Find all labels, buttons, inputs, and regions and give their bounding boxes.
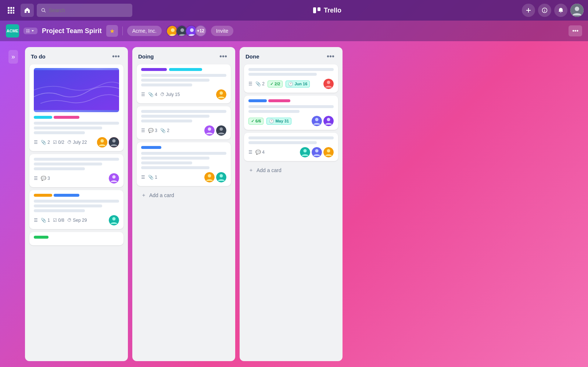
svg-point-34	[112, 217, 116, 221]
svg-rect-2	[13, 7, 14, 9]
todo-card-1[interactable]: ☰ 📎 2 ☑ 0/2 ⏱ July 22	[29, 64, 123, 151]
done-card-3[interactable]: ☰ 💬 4	[244, 133, 338, 161]
todo-card-4[interactable]	[29, 232, 123, 245]
svg-rect-12	[318, 7, 320, 11]
card-avatars	[109, 173, 119, 184]
board-view-dropdown[interactable]	[24, 28, 37, 34]
app-title: Trello	[135, 6, 519, 14]
due-date: ⏱ Sep 29	[67, 218, 87, 223]
column-doing: Doing ••• ☰ 📎 4 ⏱ July 15	[132, 47, 235, 361]
column-doing-menu[interactable]: •••	[217, 51, 229, 61]
plus-icon: ＋	[248, 167, 254, 174]
search-input[interactable]	[49, 7, 128, 13]
attachments-icon: 📎 2	[41, 140, 50, 145]
svg-point-54	[315, 149, 319, 153]
column-done-menu[interactable]: •••	[325, 51, 337, 61]
svg-point-52	[304, 149, 307, 153]
todo-card-3[interactable]: ☰ 📎 1 ☑ 0/8 ⏱ Sep 29	[29, 190, 123, 229]
doing-card-bars	[141, 68, 226, 71]
notifications-button[interactable]	[554, 4, 567, 17]
doing-card-2[interactable]: ☰ 💬 3 📎 2	[137, 106, 231, 139]
card-lines	[34, 200, 119, 212]
card-avatar	[216, 89, 226, 100]
card-avatars	[216, 89, 226, 100]
card-lines	[141, 152, 226, 169]
column-todo-menu[interactable]: •••	[110, 51, 122, 61]
board-body: » To do •••	[0, 41, 588, 367]
apps-button[interactable]	[4, 4, 18, 17]
svg-point-50	[327, 118, 330, 121]
board-title: Project Team Spirit	[42, 27, 102, 35]
column-done: Done ••• ☰ 📎 2 ✓ 2/2 🕐 Jun 16	[240, 47, 343, 361]
info-button[interactable]	[538, 4, 551, 17]
done-card-1[interactable]: ☰ 📎 2 ✓ 2/2 🕐 Jun 16	[244, 64, 338, 93]
sidebar: »	[6, 47, 21, 361]
card-tag	[54, 116, 79, 119]
card-avatar	[109, 173, 119, 184]
card-tag	[34, 116, 52, 119]
todo-card-2[interactable]: ☰ 💬 3	[29, 154, 123, 187]
svg-point-48	[315, 118, 319, 121]
separator	[122, 26, 123, 35]
card-lines	[248, 136, 334, 144]
doing-bar-1	[141, 68, 167, 71]
comments-icon: 💬 4	[255, 150, 265, 155]
svg-rect-1	[10, 7, 12, 9]
card-meta: ✓ 6/6 🕐 May 31	[248, 116, 334, 126]
comments-icon: 💬 3	[148, 128, 157, 133]
sidebar-expand-button[interactable]: »	[8, 50, 18, 64]
card-avatar	[97, 137, 107, 147]
member-avatars: +12	[166, 25, 207, 37]
card-avatars	[97, 137, 119, 147]
checklist-icon: ☑ 0/8	[53, 218, 64, 223]
card-avatar	[323, 79, 334, 89]
due-date-badge: 🕐 Jun 16	[286, 81, 310, 88]
home-button[interactable]	[21, 4, 34, 17]
doing-add-card-button[interactable]: ＋ Add a card	[137, 189, 231, 202]
card-tag	[54, 194, 79, 197]
card-avatars	[109, 215, 119, 225]
plus-icon: ＋	[141, 192, 146, 199]
attachments-icon: 📎 2	[255, 81, 265, 86]
extra-members-count[interactable]: +12	[195, 25, 207, 37]
column-todo: To do •••	[25, 47, 128, 361]
svg-point-44	[220, 174, 223, 178]
workspace-button[interactable]: Acme, Inc.	[127, 26, 162, 36]
svg-point-30	[112, 139, 116, 143]
done-card-2[interactable]: ✓ 6/6 🕐 May 31	[244, 96, 338, 130]
card-meta: ☰ 📎 1	[141, 172, 226, 182]
user-avatar[interactable]	[570, 4, 584, 17]
svg-rect-6	[8, 12, 10, 14]
add-button[interactable]	[522, 4, 535, 17]
card-meta: ☰ 📎 4 ⏱ July 15	[141, 89, 226, 100]
card-avatar	[312, 147, 322, 157]
svg-point-17	[544, 9, 545, 10]
card-lines	[34, 158, 119, 170]
board-more-button[interactable]: •••	[569, 25, 582, 36]
doing-card-3[interactable]: ☰ 📎 1	[137, 142, 231, 186]
card-avatar	[109, 137, 119, 147]
svg-point-28	[101, 139, 104, 143]
card-avatars	[204, 125, 226, 136]
svg-point-25	[190, 28, 194, 32]
svg-point-46	[327, 81, 330, 84]
card-lines	[248, 68, 334, 76]
card-avatar	[216, 125, 226, 136]
star-button[interactable]: ★	[106, 25, 118, 37]
due-date: ⏱ July 15	[160, 92, 180, 97]
svg-point-9	[42, 8, 44, 11]
card-avatar	[323, 147, 334, 157]
card-tags	[34, 116, 119, 119]
svg-rect-4	[10, 10, 12, 11]
search-box[interactable]	[37, 4, 132, 17]
invite-button[interactable]: Invite	[211, 26, 233, 36]
card-avatar	[216, 172, 226, 182]
done-add-card-button[interactable]: ＋ Add a card	[244, 164, 338, 177]
columns-area: To do •••	[25, 47, 582, 361]
board-header: ACME Project Team Spirit ★ Acme, Inc.	[0, 21, 588, 41]
attachments-icon: 📎 2	[160, 128, 169, 133]
doing-card-1[interactable]: ☰ 📎 4 ⏱ July 15	[137, 64, 231, 103]
svg-point-36	[220, 92, 223, 95]
svg-rect-5	[13, 10, 14, 11]
comments-icon: 💬 3	[41, 176, 50, 181]
